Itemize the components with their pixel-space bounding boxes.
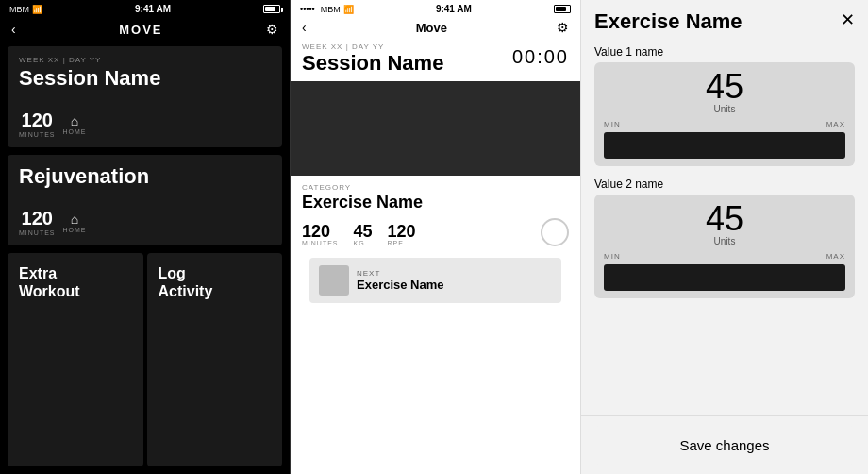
carrier-dots-p2: ••••• xyxy=(300,5,315,14)
session-name-p2: Session Name xyxy=(302,51,443,76)
next-exercise-card-p2[interactable]: NEXT Exercise Name xyxy=(309,258,561,303)
home-icon-2: ⌂ xyxy=(71,212,78,227)
wifi-icon-p1: 📶 xyxy=(32,5,42,14)
session-stats-1: 120 MINUTES ⌂ HOME xyxy=(19,110,271,138)
carrier-text-p2: MBM xyxy=(321,5,341,14)
week-label-p2: WEEK XX | DAY YY xyxy=(302,42,443,51)
status-carrier-p1: MBM 📶 xyxy=(9,5,42,14)
metric-rpe-value: 120 xyxy=(388,223,416,240)
status-time-p2: 9:41 AM xyxy=(436,4,472,14)
value1-card: 45 Units MIN MAX xyxy=(594,62,855,166)
status-carrier-p2: ••••• MBM 📶 xyxy=(300,5,354,14)
value1-number: 45 xyxy=(604,70,845,104)
extra-workout-label: ExtraWorkout xyxy=(19,264,80,300)
session-stats-2: 120 MINUTES ⌂ HOME xyxy=(19,208,271,236)
metric-minutes-unit: MINUTES xyxy=(302,240,339,246)
session-info-p2: WEEK XX | DAY YY Session Name xyxy=(302,42,443,76)
next-exercise-name-p2: Exercise Name xyxy=(357,278,444,292)
metric-minutes-p2: 120 MINUTES xyxy=(302,223,339,246)
timer-p2: 00:00 xyxy=(512,46,569,68)
session-header-p2: WEEK XX | DAY YY Session Name 00:00 xyxy=(291,39,580,81)
complete-radio-p2[interactable] xyxy=(541,218,569,246)
nav-bar-p1: ‹ MOVE ⚙ xyxy=(0,18,290,42)
next-label-p2: NEXT xyxy=(357,269,444,278)
home-label-1: HOME xyxy=(63,128,87,135)
exercise-card-p2: CATEGORY Exercise Name 120 MINUTES 45 KG… xyxy=(291,176,580,474)
value2-label: Value 2 name xyxy=(594,178,855,191)
panel-session-list: MBM 📶 9:41 AM ‹ MOVE ⚙ WEEK XX | DAY YY … xyxy=(0,0,291,474)
metric-kg-p2: 45 KG xyxy=(354,223,373,246)
value1-minmax-row: MIN MAX xyxy=(604,120,845,128)
session-card-2[interactable]: Rejuvenation 120 MINUTES ⌂ HOME xyxy=(8,155,282,245)
wifi-icon-p2: 📶 xyxy=(343,5,354,14)
value2-minmax-row: MIN MAX xyxy=(604,252,845,261)
status-right-p1 xyxy=(263,5,280,13)
bottom-buttons-row: ExtraWorkout LogActivity xyxy=(8,253,282,466)
stat-home-1: ⌂ HOME xyxy=(63,113,87,135)
status-right-p2 xyxy=(554,5,571,13)
value2-units: Units xyxy=(604,236,845,246)
save-changes-button[interactable]: Save changes xyxy=(594,426,855,465)
value2-slider-visual[interactable] xyxy=(604,264,845,291)
nav-title-p2: Move xyxy=(416,21,447,35)
exercise-name-p2: Exercise Name xyxy=(302,193,569,212)
metric-rpe-unit: RPE xyxy=(388,240,404,246)
value1-label: Value 1 name xyxy=(594,45,855,59)
stat-minutes-2: 120 MINUTES xyxy=(19,208,56,236)
log-activity-label: LogActivity xyxy=(159,264,213,300)
stat-minutes-1: 120 MINUTES xyxy=(19,110,56,138)
value2-min-label: MIN xyxy=(604,252,621,261)
panel-active-session: ••••• MBM 📶 9:41 AM ‹ Move ⚙ WEEK XX | D… xyxy=(291,0,581,474)
nav-title-p1: MOVE xyxy=(119,23,162,37)
value2-card: 45 Units MIN MAX xyxy=(594,195,855,298)
home-icon-1: ⌂ xyxy=(71,113,78,128)
metric-rpe-p2: 120 RPE xyxy=(388,223,416,246)
exercise-settings-body: Value 1 name 45 Units MIN MAX Value 2 na… xyxy=(581,40,868,415)
exercise-settings-header: Exercise Name ✕ xyxy=(581,0,868,40)
extra-workout-button[interactable]: ExtraWorkout xyxy=(8,253,143,466)
settings-icon-p1[interactable]: ⚙ xyxy=(266,22,278,37)
value2-number: 45 xyxy=(604,202,845,236)
metric-kg-unit: KG xyxy=(354,240,365,246)
stat-minutes-label-1: MINUTES xyxy=(19,131,56,138)
week-label-1: WEEK XX | DAY YY xyxy=(19,56,271,64)
battery-icon-p2 xyxy=(554,5,571,13)
stat-minutes-label-2: MINUTES xyxy=(19,229,56,236)
log-activity-button[interactable]: LogActivity xyxy=(147,253,283,466)
value1-units: Units xyxy=(604,104,845,114)
next-exercise-thumb-p2 xyxy=(319,265,349,296)
stat-minutes-value-1: 120 xyxy=(22,110,53,131)
next-exercise-info-p2: NEXT Exercise Name xyxy=(357,269,444,292)
stat-home-2: ⌂ HOME xyxy=(63,212,87,233)
exercise-settings-title: Exercise Name xyxy=(594,9,743,34)
session-card-1[interactable]: WEEK XX | DAY YY Session Name 120 MINUTE… xyxy=(8,46,282,147)
status-time-p1: 9:41 AM xyxy=(135,4,171,14)
value2-max-label: MAX xyxy=(826,252,845,261)
back-icon-p2[interactable]: ‹ xyxy=(302,20,307,35)
settings-icon-p2[interactable]: ⚙ xyxy=(557,20,569,35)
back-icon-p1[interactable]: ‹ xyxy=(11,22,16,37)
session-name-1: Session Name xyxy=(19,66,271,91)
value1-max-label: MAX xyxy=(826,120,845,128)
metric-kg-value: 45 xyxy=(354,223,373,240)
metric-minutes-value: 120 xyxy=(302,223,330,240)
value1-slider-visual[interactable] xyxy=(604,132,845,159)
carrier-text-p1: MBM xyxy=(9,5,29,14)
battery-icon-p1 xyxy=(263,5,280,13)
close-icon-p3[interactable]: ✕ xyxy=(841,9,855,30)
stat-minutes-value-2: 120 xyxy=(22,208,53,229)
video-area-p2 xyxy=(291,81,580,176)
nav-bar-p2: ‹ Move ⚙ xyxy=(291,18,580,39)
status-bar-p1: MBM 📶 9:41 AM xyxy=(0,0,290,18)
panel-exercise-settings: Exercise Name ✕ Value 1 name 45 Units MI… xyxy=(581,0,868,474)
exercise-metrics-p2: 120 MINUTES 45 KG 120 RPE xyxy=(302,218,569,246)
category-label-p2: CATEGORY xyxy=(302,183,569,192)
status-bar-p2: ••••• MBM 📶 9:41 AM xyxy=(291,0,580,18)
value1-min-label: MIN xyxy=(604,120,621,128)
home-label-2: HOME xyxy=(63,227,87,233)
exercise-settings-footer: Save changes xyxy=(581,415,868,474)
session-name-2: Rejuvenation xyxy=(19,164,271,189)
